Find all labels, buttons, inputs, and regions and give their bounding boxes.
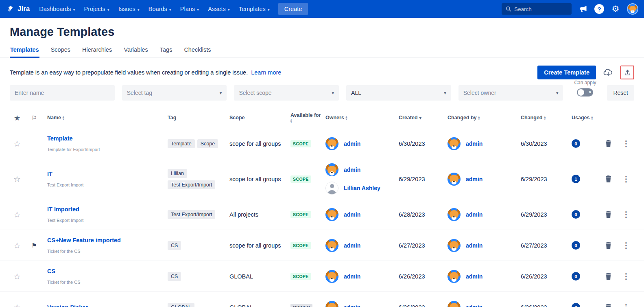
owner-link[interactable]: admin <box>344 304 360 307</box>
usages-badge[interactable]: 1 <box>572 175 580 183</box>
column-header[interactable]: Scope <box>225 115 286 121</box>
tab-scopes[interactable]: Scopes <box>50 44 71 58</box>
tab-variables[interactable]: Variables <box>123 44 148 58</box>
scope-filter-select[interactable]: Select scope ▾ <box>234 85 339 101</box>
owner-link[interactable]: admin <box>466 176 482 182</box>
template-name-link[interactable]: IT <box>47 171 162 177</box>
usages-badge[interactable]: 0 <box>572 210 580 219</box>
create-button[interactable]: Create <box>278 3 308 15</box>
more-actions-icon[interactable]: ⋮ <box>622 272 630 281</box>
template-name-link[interactable]: IT Imported <box>47 206 162 213</box>
column-header[interactable]: Owners ▴▾ <box>321 115 395 121</box>
template-name-link[interactable]: CS+New Feature imported <box>47 237 162 243</box>
changed-by-cell: admin <box>443 204 517 225</box>
user-profile-avatar[interactable] <box>627 3 638 15</box>
template-name-link[interactable]: Template <box>47 135 162 142</box>
favorite-star-icon[interactable]: ☆ <box>13 241 21 250</box>
owner-link[interactable]: admin <box>466 304 482 307</box>
name-filter-input[interactable] <box>15 90 110 96</box>
dog-avatar <box>448 208 461 221</box>
owner-link[interactable]: admin <box>344 167 360 173</box>
navbar-menu-item-label: Issues <box>118 6 135 12</box>
import-templates-icon[interactable] <box>601 66 615 79</box>
flag-column-header[interactable]: ⚐ <box>25 114 43 122</box>
navbar-menu-item[interactable]: Projects ▾ <box>79 0 114 18</box>
available-for-badge: SCOPE <box>290 175 311 183</box>
sort-icon[interactable]: ▴▾ <box>478 116 480 121</box>
search-input[interactable] <box>514 6 563 12</box>
owner-link[interactable]: admin <box>344 242 360 249</box>
navbar-menu-item[interactable]: Issues ▾ <box>114 0 144 18</box>
owner-link[interactable]: admin <box>466 242 482 249</box>
owner-link[interactable]: Lillian Ashley <box>344 185 380 191</box>
favorite-star-icon[interactable]: ☆ <box>13 210 21 219</box>
reset-button[interactable]: Reset <box>607 85 634 101</box>
owner-link[interactable]: admin <box>344 211 360 218</box>
tag-filter-select[interactable]: Select tag ▾ <box>122 85 227 101</box>
usages-badge[interactable]: 0 <box>572 303 580 307</box>
table-row: ☆ CS Ticket for the CS CS GLOBAL SCOPE a… <box>0 261 644 292</box>
delete-button[interactable] <box>599 300 619 307</box>
owner-link[interactable]: admin <box>344 140 360 147</box>
template-name-link[interactable]: Version Picker <box>47 304 162 307</box>
navbar-menu-item[interactable]: Templates ▾ <box>234 0 274 18</box>
sort-icon[interactable]: ▾ <box>419 115 422 121</box>
favorite-star-icon[interactable]: ☆ <box>13 139 21 148</box>
sort-icon[interactable]: ▴▾ <box>544 116 546 121</box>
tab-templates[interactable]: Templates <box>10 44 39 58</box>
tag-chip: Test Export/Import <box>168 210 215 219</box>
favorite-star-icon[interactable]: ☆ <box>13 303 21 307</box>
more-actions-icon[interactable]: ⋮ <box>622 139 630 148</box>
template-name-link[interactable]: CS <box>47 268 162 274</box>
help-icon[interactable]: ? <box>594 4 604 14</box>
column-header[interactable]: Name ▴▾ <box>43 115 164 121</box>
navbar-menu-item[interactable]: Assets ▾ <box>203 0 234 18</box>
favorite-column-header[interactable]: ★ <box>9 114 25 123</box>
delete-button[interactable] <box>599 171 619 186</box>
delete-button[interactable] <box>599 136 619 151</box>
usages-badge[interactable]: 0 <box>572 139 580 148</box>
can-apply-toggle[interactable]: × <box>577 88 593 96</box>
usages-badge[interactable]: 0 <box>572 272 580 281</box>
column-header[interactable]: Created ▾ <box>395 115 443 121</box>
more-actions-icon[interactable]: ⋮ <box>622 303 630 307</box>
tab-tags[interactable]: Tags <box>159 44 173 58</box>
learn-more-link[interactable]: Learn more <box>251 69 281 76</box>
jira-logo[interactable]: Jira <box>6 5 35 13</box>
column-header[interactable]: Changed by ▴▾ <box>443 115 517 121</box>
more-actions-icon[interactable]: ⋮ <box>622 210 630 219</box>
more-actions-icon[interactable]: ⋮ <box>622 241 630 250</box>
more-actions-icon[interactable]: ⋮ <box>622 175 630 183</box>
column-header[interactable]: Available for ▴▾ <box>286 112 321 124</box>
sort-icon[interactable]: ▴▾ <box>346 116 347 121</box>
navbar-menu-item[interactable]: Boards ▾ <box>144 0 176 18</box>
owner-link[interactable]: admin <box>466 140 482 147</box>
tab-checklists[interactable]: Checklists <box>183 44 211 58</box>
column-header[interactable]: Usages ▴▾ <box>568 115 599 121</box>
navbar-search[interactable] <box>502 3 572 15</box>
navbar-menu-item[interactable]: Plans ▾ <box>176 0 203 18</box>
export-templates-icon[interactable] <box>620 66 634 79</box>
delete-button[interactable] <box>599 269 619 284</box>
delete-button[interactable] <box>599 238 619 253</box>
tab-hierarchies[interactable]: Hierarchies <box>82 44 112 58</box>
category-filter-select[interactable]: ALL ▾ <box>346 85 451 101</box>
favorite-star-icon[interactable]: ☆ <box>13 175 21 184</box>
column-header[interactable]: Changed ▴▾ <box>517 115 568 121</box>
owner-link[interactable]: admin <box>466 273 482 280</box>
sort-icon[interactable]: ▴▾ <box>290 118 292 123</box>
usages-badge[interactable]: 0 <box>572 241 580 250</box>
owner-filter-select[interactable]: Select owner ▾ <box>458 85 563 101</box>
owner-link[interactable]: admin <box>466 211 482 218</box>
navbar-menu-item[interactable]: Dashboards ▾ <box>35 0 79 18</box>
owners-cell: admin <box>321 133 395 154</box>
sort-icon[interactable]: ▴▾ <box>591 116 593 121</box>
owner-link[interactable]: admin <box>344 273 360 280</box>
create-template-button[interactable]: Create Template <box>537 66 596 79</box>
column-header[interactable]: Tag <box>164 115 225 121</box>
gear-icon[interactable]: ⚙ <box>610 4 621 14</box>
feedback-megaphone-icon[interactable] <box>578 4 588 14</box>
delete-button[interactable] <box>599 207 619 222</box>
sort-icon[interactable]: ▴▾ <box>63 116 64 121</box>
favorite-star-icon[interactable]: ☆ <box>13 272 21 281</box>
